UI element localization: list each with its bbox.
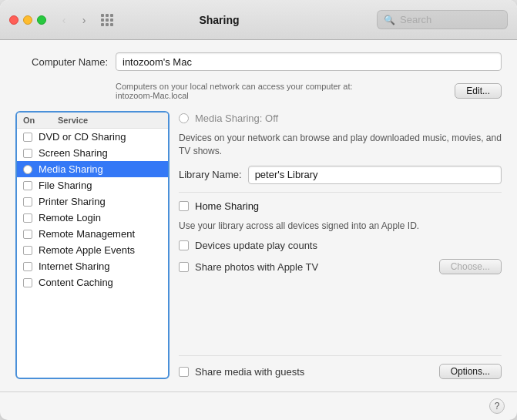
main-panel: On Service DVD or CD Sharing Screen Shar…	[15, 111, 502, 379]
choose-button[interactable]: Choose...	[439, 259, 502, 274]
services-panel: On Service DVD or CD Sharing Screen Shar…	[15, 111, 170, 379]
search-icon: 🔍	[384, 15, 395, 25]
service-item-file[interactable]: File Sharing	[17, 177, 168, 193]
library-name-input[interactable]	[248, 166, 502, 184]
share-media-label: Share media with guests	[195, 366, 433, 378]
services-list: DVD or CD Sharing Screen Sharing Media S…	[17, 129, 168, 378]
service-label-dvd: DVD or CD Sharing	[39, 131, 126, 143]
media-sharing-title: Media Sharing: Off	[195, 113, 278, 124]
services-header-service: Service	[58, 116, 88, 125]
search-bar[interactable]: 🔍 Search	[377, 10, 508, 29]
service-item-screen[interactable]: Screen Sharing	[17, 145, 168, 161]
close-button[interactable]	[9, 15, 18, 25]
computer-name-input[interactable]	[116, 52, 502, 71]
service-item-remote-login[interactable]: Remote Login	[17, 210, 168, 226]
service-checkbox-remote-mgmt[interactable]	[23, 230, 32, 239]
library-name-label: Library Name:	[179, 169, 242, 180]
service-label-remote-events: Remote Apple Events	[39, 244, 135, 256]
service-checkbox-screen[interactable]	[23, 149, 32, 158]
window-title: Sharing	[62, 14, 377, 26]
help-button[interactable]: ?	[489, 398, 505, 414]
computer-name-sub: Computers on your local network can acce…	[116, 82, 502, 100]
service-label-remote-login: Remote Login	[39, 212, 101, 223]
maximize-button[interactable]	[37, 15, 46, 25]
home-sharing-desc: Use your library across all devices sign…	[179, 220, 502, 233]
service-item-dvd[interactable]: DVD or CD Sharing	[17, 129, 168, 145]
home-sharing-label: Home Sharing	[195, 200, 259, 212]
service-item-media[interactable]: Media Sharing	[17, 161, 168, 177]
service-checkbox-remote-login[interactable]	[23, 213, 32, 223]
computer-name-label: Computer Name:	[15, 56, 108, 68]
search-placeholder: Search	[400, 14, 431, 25]
service-item-printer[interactable]: Printer Sharing	[17, 193, 168, 210]
computer-name-row: Computer Name:	[15, 52, 502, 71]
share-photos-checkbox[interactable]	[179, 262, 189, 272]
service-checkbox-content[interactable]	[23, 278, 32, 287]
services-header-on: On	[23, 116, 42, 125]
devices-update-checkbox[interactable]	[179, 240, 189, 250]
share-media-row: Share media with guests Options...	[179, 355, 502, 379]
service-label-printer: Printer Sharing	[39, 196, 106, 207]
bottom-bar: ?	[0, 391, 517, 420]
media-sharing-header: Media Sharing: Off	[179, 113, 502, 124]
detail-panel: Media Sharing: Off Devices on your netwo…	[179, 111, 502, 379]
share-photos-label: Share photos with Apple TV	[195, 261, 433, 273]
service-label-remote-mgmt: Remote Management	[39, 228, 135, 240]
service-label-file: File Sharing	[39, 180, 92, 191]
service-label-screen: Screen Sharing	[39, 147, 108, 159]
share-media-checkbox[interactable]	[179, 367, 189, 377]
service-item-remote-events[interactable]: Remote Apple Events	[17, 242, 168, 258]
devices-update-label: Devices update play counts	[195, 240, 502, 251]
service-item-internet[interactable]: Internet Sharing	[17, 258, 168, 274]
devices-update-row: Devices update play counts	[179, 240, 502, 251]
service-checkbox-internet[interactable]	[23, 262, 32, 271]
share-photos-row: Share photos with Apple TV Choose...	[179, 259, 502, 274]
titlebar: ‹ › Sharing 🔍 Search	[0, 0, 517, 40]
home-sharing-checkbox[interactable]	[179, 201, 189, 211]
edit-button[interactable]: Edit...	[455, 83, 502, 99]
services-header: On Service	[17, 113, 168, 129]
media-sharing-desc: Devices on your network can browse and p…	[179, 132, 502, 158]
window: ‹ › Sharing 🔍 Search Computer Name: Co	[0, 0, 517, 420]
divider-1	[179, 192, 502, 193]
service-checkbox-dvd[interactable]	[23, 133, 32, 142]
service-label-content: Content Caching	[39, 277, 113, 288]
home-sharing-row: Home Sharing	[179, 200, 502, 212]
service-checkbox-remote-events[interactable]	[23, 246, 32, 255]
minimize-button[interactable]	[23, 15, 32, 25]
service-item-remote-mgmt[interactable]: Remote Management	[17, 226, 168, 242]
service-label-media: Media Sharing	[39, 163, 103, 175]
service-label-internet: Internet Sharing	[39, 260, 110, 272]
traffic-lights	[9, 15, 46, 25]
options-button[interactable]: Options...	[439, 364, 502, 379]
content: Computer Name: Computers on your local n…	[0, 40, 517, 391]
service-checkbox-printer[interactable]	[23, 197, 32, 207]
library-name-row: Library Name:	[179, 166, 502, 184]
media-sharing-radio[interactable]	[179, 113, 189, 123]
service-radio-media[interactable]	[23, 165, 32, 174]
computer-name-subtext: Computers on your local network can acce…	[116, 82, 455, 100]
service-item-content[interactable]: Content Caching	[17, 274, 168, 291]
service-checkbox-file[interactable]	[23, 181, 32, 190]
